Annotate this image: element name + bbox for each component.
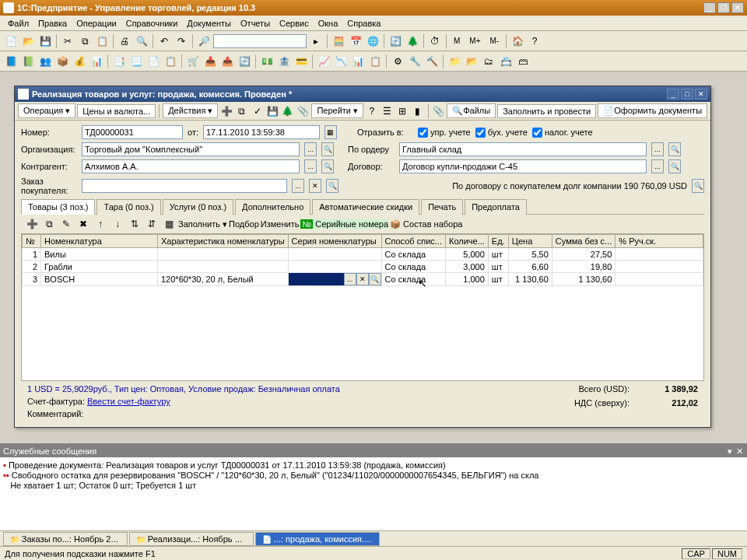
col-series[interactable]: Серия номенклатуры [288, 235, 381, 248]
refresh-icon[interactable]: 🔄 [388, 33, 403, 49]
tree-icon[interactable]: 🌲 [405, 33, 420, 49]
chk-tax[interactable]: налог. учете [532, 128, 593, 138]
tb2-9[interactable]: 📄 [146, 54, 161, 69]
m-minus-button[interactable]: M- [486, 33, 503, 49]
menu-edit[interactable]: Правка [33, 17, 72, 30]
files-button[interactable]: 🔍Файлы [447, 103, 496, 118]
tb2-25[interactable]: 📁 [447, 54, 462, 69]
row-add-icon[interactable]: ➕ [24, 216, 40, 232]
doc-barcode-icon[interactable]: ▮ [411, 103, 425, 119]
col-qty[interactable]: Количе... [445, 235, 488, 248]
doc-post-icon[interactable]: ✓ [251, 103, 265, 119]
tb2-19[interactable]: 📉 [333, 54, 349, 69]
table-row[interactable]: 3BOSCH120*60*30, 20 л, Белый...✕🔍Со скла… [23, 273, 703, 286]
tb2-8[interactable]: 📃 [128, 54, 144, 69]
calendar-icon[interactable]: 📅 [348, 33, 363, 49]
tb2-6[interactable]: 📊 [89, 54, 104, 69]
order-clear-button[interactable]: ✕ [309, 179, 321, 193]
tb2-2[interactable]: 📗 [20, 54, 36, 69]
find-icon[interactable]: 🔎 [196, 33, 212, 49]
globe-icon[interactable]: 🌐 [365, 33, 381, 49]
counterparty-input[interactable] [82, 159, 300, 173]
actions-button[interactable]: Действия ▾ [163, 103, 218, 118]
series-search-button[interactable]: 🔍 [369, 273, 381, 285]
doc-tree2-icon[interactable]: ⊞ [395, 103, 409, 119]
tb2-4[interactable]: 📦 [54, 54, 70, 69]
col-method[interactable]: Способ спис... [381, 235, 445, 248]
tb2-26[interactable]: 📂 [464, 54, 479, 69]
print-icon[interactable]: 🖨 [117, 33, 132, 49]
wh-select-button[interactable]: ... [651, 142, 664, 156]
contract-select-button[interactable]: ... [651, 159, 664, 173]
doc-maximize-button[interactable]: □ [681, 89, 693, 100]
tab-services[interactable]: Услуги (0 поз.) [163, 199, 233, 215]
doc-attach-icon[interactable]: 📎 [432, 103, 446, 119]
tb2-27[interactable]: 🗂 [481, 54, 496, 69]
tab-additional[interactable]: Дополнительно [235, 199, 310, 215]
row-up-icon[interactable]: ↑ [93, 216, 108, 232]
row-del-icon[interactable]: ✖ [75, 216, 91, 232]
tb2-28[interactable]: 📇 [498, 54, 514, 69]
tb2-14[interactable]: 🔄 [237, 54, 252, 69]
debt-search-button[interactable]: 🔍 [692, 179, 704, 193]
m-button[interactable]: M [450, 33, 464, 49]
tb2-16[interactable]: 🏦 [276, 54, 292, 69]
doc-help-icon[interactable]: ? [365, 103, 379, 119]
row-down-icon[interactable]: ↓ [110, 216, 125, 232]
menu-help[interactable]: Справка [342, 17, 385, 30]
table-row[interactable]: 2ГраблиСо склада3,000шт6,6019,80 [23, 261, 703, 273]
tb2-7[interactable]: 📑 [111, 54, 127, 69]
date-input[interactable] [203, 125, 320, 139]
date-picker-button[interactable]: ▦ [324, 125, 337, 139]
save-icon[interactable]: 💾 [37, 33, 53, 49]
warehouse-input[interactable] [399, 142, 647, 156]
series-select-button[interactable]: ... [344, 273, 356, 285]
time-icon[interactable]: ⏱ [427, 33, 443, 49]
messages-close-button[interactable]: ✕ [735, 446, 744, 456]
tb2-11[interactable]: 🛒 [185, 54, 201, 69]
col-name[interactable]: Номенклатура [41, 235, 158, 248]
tb2-1[interactable]: 📘 [3, 54, 19, 69]
table-row[interactable]: 1ВилыСо склада5,000шт5,5027,50 [23, 248, 703, 261]
doc-minimize-button[interactable]: _ [667, 89, 679, 100]
fill-table-button[interactable]: Заполнить ▾ [178, 219, 227, 229]
tb2-3[interactable]: 👥 [37, 54, 53, 69]
menu-reports[interactable]: Отчеты [236, 17, 275, 30]
tb2-21[interactable]: 📋 [367, 54, 383, 69]
row-copy-icon[interactable]: ⧉ [41, 216, 57, 232]
menu-service[interactable]: Сервис [275, 17, 314, 30]
wh-search-button[interactable]: 🔍 [668, 142, 681, 156]
tab-packaging[interactable]: Тара (0 поз.) [96, 199, 160, 215]
tb2-5[interactable]: 💰 [72, 54, 87, 69]
invoice-link[interactable]: Ввести счет-фактуру [87, 397, 170, 406]
order-select-button[interactable]: ... [292, 179, 304, 193]
prices-button[interactable]: Цены и валюта... [77, 104, 156, 118]
preview-icon[interactable]: 🔍 [134, 33, 149, 49]
cut-icon[interactable]: ✂ [60, 33, 75, 49]
doc-save-icon[interactable]: 💾 [265, 103, 279, 119]
tb2-12[interactable]: 📥 [202, 54, 218, 69]
menu-operations[interactable]: Операции [72, 17, 121, 30]
redo-icon[interactable]: ↷ [174, 33, 189, 49]
row-sort2-icon[interactable]: ⇵ [144, 216, 160, 232]
col-char[interactable]: Характеристика номенклатуры [158, 235, 289, 248]
change-button[interactable]: Изменить [261, 219, 300, 229]
messages-body[interactable]: • Проведение документа: Реализация товар… [0, 457, 747, 520]
calc-icon[interactable]: 🧮 [331, 33, 346, 49]
task-item[interactable]: 📄 ...: продажа, комиссия. Про... [255, 532, 380, 546]
minimize-button[interactable]: _ [703, 2, 716, 13]
home-icon[interactable]: 🏠 [510, 33, 525, 49]
task-item[interactable]: 📁 Реализаци...: Ноябрь 2010 г. [129, 532, 254, 546]
col-sum[interactable]: Сумма без с... [552, 235, 615, 248]
tb2-13[interactable]: 📤 [219, 54, 235, 69]
order-search-button[interactable]: 🔍 [326, 179, 338, 193]
doc-close-button[interactable]: ✕ [695, 89, 707, 100]
select-goods-button[interactable]: Подбор [229, 219, 259, 229]
kit-button[interactable]: 📦 Состав набора [390, 219, 462, 229]
tab-discounts[interactable]: Автоматические скидки [312, 199, 419, 215]
goods-grid[interactable]: № Номенклатура Характеристика номенклату… [21, 233, 704, 381]
tab-print[interactable]: Печать [421, 199, 463, 215]
number-input[interactable] [82, 125, 183, 139]
tb2-15[interactable]: 💵 [259, 54, 275, 69]
doc-list-icon[interactable]: ☰ [381, 103, 395, 119]
